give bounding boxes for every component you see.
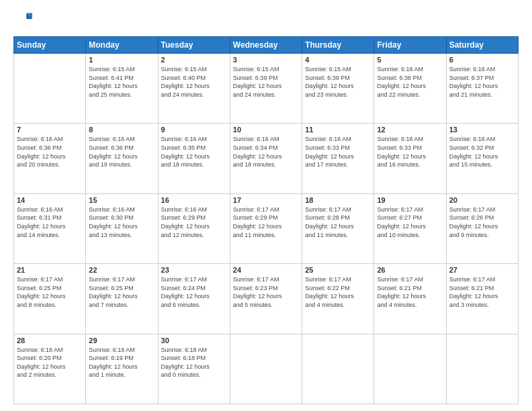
day-info: Sunrise: 6:18 AM Sunset: 6:20 PM Dayligh… [17,346,83,379]
day-number: 20 [449,196,515,204]
calendar-cell: 19Sunrise: 6:17 AM Sunset: 6:27 PM Dayli… [374,193,446,263]
calendar-cell: 6Sunrise: 6:16 AM Sunset: 6:37 PM Daylig… [446,54,518,124]
day-number: 18 [305,196,371,204]
logo-icon [13,11,32,30]
day-info: Sunrise: 6:17 AM Sunset: 6:25 PM Dayligh… [89,275,154,309]
day-number: 1 [89,56,154,64]
day-number: 2 [161,56,227,64]
calendar-cell: 15Sunrise: 6:16 AM Sunset: 6:30 PM Dayli… [86,193,158,263]
day-info: Sunrise: 6:17 AM Sunset: 6:26 PM Dayligh… [449,205,515,239]
calendar-week-3: 14Sunrise: 6:16 AM Sunset: 6:31 PM Dayli… [14,193,519,263]
day-info: Sunrise: 6:17 AM Sunset: 6:21 PM Dayligh… [449,275,515,309]
calendar-cell: 2Sunrise: 6:15 AM Sunset: 6:40 PM Daylig… [158,54,230,124]
calendar-cell [446,334,518,404]
day-info: Sunrise: 6:17 AM Sunset: 6:22 PM Dayligh… [305,275,371,309]
calendar-cell: 9Sunrise: 6:16 AM Sunset: 6:35 PM Daylig… [158,124,230,193]
day-info: Sunrise: 6:16 AM Sunset: 6:37 PM Dayligh… [449,65,515,99]
day-info: Sunrise: 6:16 AM Sunset: 6:32 PM Dayligh… [449,135,515,169]
day-info: Sunrise: 6:17 AM Sunset: 6:24 PM Dayligh… [161,275,227,309]
calendar-cell: 29Sunrise: 6:18 AM Sunset: 6:19 PM Dayli… [86,334,158,404]
calendar-cell: 26Sunrise: 6:17 AM Sunset: 6:21 PM Dayli… [374,264,446,334]
day-number: 21 [17,266,83,274]
calendar-cell: 18Sunrise: 6:17 AM Sunset: 6:28 PM Dayli… [302,193,374,263]
page: SundayMondayTuesdayWednesdayThursdayFrid… [0,0,532,411]
weekday-thursday: Thursday [302,37,374,54]
day-info: Sunrise: 6:16 AM Sunset: 6:38 PM Dayligh… [377,65,443,99]
calendar-cell: 22Sunrise: 6:17 AM Sunset: 6:25 PM Dayli… [86,264,158,334]
logo [13,11,35,30]
day-number: 25 [305,266,371,274]
day-info: Sunrise: 6:16 AM Sunset: 6:36 PM Dayligh… [17,135,83,169]
calendar-cell: 8Sunrise: 6:16 AM Sunset: 6:36 PM Daylig… [86,124,158,193]
calendar-cell: 21Sunrise: 6:17 AM Sunset: 6:25 PM Dayli… [14,264,86,334]
calendar-cell [230,334,302,404]
day-number: 16 [161,196,227,204]
day-number: 29 [89,336,154,345]
calendar-cell: 17Sunrise: 6:17 AM Sunset: 6:29 PM Dayli… [230,193,302,263]
calendar-cell: 23Sunrise: 6:17 AM Sunset: 6:24 PM Dayli… [158,264,230,334]
day-number: 9 [161,126,227,134]
calendar-week-4: 21Sunrise: 6:17 AM Sunset: 6:25 PM Dayli… [14,264,519,334]
day-info: Sunrise: 6:15 AM Sunset: 6:39 PM Dayligh… [233,65,299,99]
weekday-sunday: Sunday [14,37,86,54]
day-number: 3 [233,56,299,64]
weekday-header-row: SundayMondayTuesdayWednesdayThursdayFrid… [14,37,519,54]
day-info: Sunrise: 6:15 AM Sunset: 6:39 PM Dayligh… [305,65,371,99]
day-info: Sunrise: 6:15 AM Sunset: 6:41 PM Dayligh… [89,65,154,99]
day-number: 19 [377,196,443,204]
calendar-cell [302,334,374,404]
day-number: 6 [449,56,515,64]
day-info: Sunrise: 6:17 AM Sunset: 6:29 PM Dayligh… [233,205,299,239]
day-number: 4 [305,56,371,64]
calendar-cell: 3Sunrise: 6:15 AM Sunset: 6:39 PM Daylig… [230,54,302,124]
day-number: 30 [161,336,227,345]
calendar-cell: 20Sunrise: 6:17 AM Sunset: 6:26 PM Dayli… [446,193,518,263]
calendar-cell [14,54,86,124]
day-info: Sunrise: 6:17 AM Sunset: 6:27 PM Dayligh… [377,205,443,239]
calendar-cell: 30Sunrise: 6:18 AM Sunset: 6:18 PM Dayli… [158,334,230,404]
calendar-week-5: 28Sunrise: 6:18 AM Sunset: 6:20 PM Dayli… [14,334,519,404]
calendar-cell: 25Sunrise: 6:17 AM Sunset: 6:22 PM Dayli… [302,264,374,334]
day-number: 22 [89,266,154,274]
day-number: 8 [89,126,154,134]
header [13,11,519,30]
day-info: Sunrise: 6:16 AM Sunset: 6:36 PM Dayligh… [89,135,154,169]
day-info: Sunrise: 6:17 AM Sunset: 6:21 PM Dayligh… [377,275,443,309]
day-number: 15 [89,196,154,204]
weekday-friday: Friday [374,37,446,54]
day-number: 28 [17,336,83,345]
day-info: Sunrise: 6:18 AM Sunset: 6:18 PM Dayligh… [161,346,227,379]
day-info: Sunrise: 6:16 AM Sunset: 6:33 PM Dayligh… [305,135,371,169]
day-number: 27 [449,266,515,274]
weekday-monday: Monday [86,37,158,54]
calendar-cell: 5Sunrise: 6:16 AM Sunset: 6:38 PM Daylig… [374,54,446,124]
day-number: 12 [377,126,443,134]
day-number: 10 [233,126,299,134]
calendar: SundayMondayTuesdayWednesdayThursdayFrid… [13,36,519,404]
weekday-saturday: Saturday [446,37,518,54]
day-info: Sunrise: 6:16 AM Sunset: 6:31 PM Dayligh… [17,205,83,239]
day-number: 11 [305,126,371,134]
day-number: 17 [233,196,299,204]
calendar-week-2: 7Sunrise: 6:16 AM Sunset: 6:36 PM Daylig… [14,124,519,193]
day-info: Sunrise: 6:16 AM Sunset: 6:29 PM Dayligh… [161,205,227,239]
calendar-cell: 12Sunrise: 6:16 AM Sunset: 6:33 PM Dayli… [374,124,446,193]
calendar-cell: 14Sunrise: 6:16 AM Sunset: 6:31 PM Dayli… [14,193,86,263]
day-number: 23 [161,266,227,274]
calendar-cell: 27Sunrise: 6:17 AM Sunset: 6:21 PM Dayli… [446,264,518,334]
calendar-cell: 11Sunrise: 6:16 AM Sunset: 6:33 PM Dayli… [302,124,374,193]
day-number: 14 [17,196,83,204]
calendar-cell: 16Sunrise: 6:16 AM Sunset: 6:29 PM Dayli… [158,193,230,263]
calendar-cell: 24Sunrise: 6:17 AM Sunset: 6:23 PM Dayli… [230,264,302,334]
calendar-cell: 4Sunrise: 6:15 AM Sunset: 6:39 PM Daylig… [302,54,374,124]
day-info: Sunrise: 6:16 AM Sunset: 6:35 PM Dayligh… [161,135,227,169]
weekday-wednesday: Wednesday [230,37,302,54]
calendar-cell [374,334,446,404]
day-info: Sunrise: 6:17 AM Sunset: 6:25 PM Dayligh… [17,275,83,309]
weekday-tuesday: Tuesday [158,37,230,54]
calendar-week-1: 1Sunrise: 6:15 AM Sunset: 6:41 PM Daylig… [14,54,519,124]
day-info: Sunrise: 6:16 AM Sunset: 6:33 PM Dayligh… [377,135,443,169]
calendar-cell: 10Sunrise: 6:16 AM Sunset: 6:34 PM Dayli… [230,124,302,193]
day-info: Sunrise: 6:16 AM Sunset: 6:34 PM Dayligh… [233,135,299,169]
day-number: 7 [17,126,83,134]
